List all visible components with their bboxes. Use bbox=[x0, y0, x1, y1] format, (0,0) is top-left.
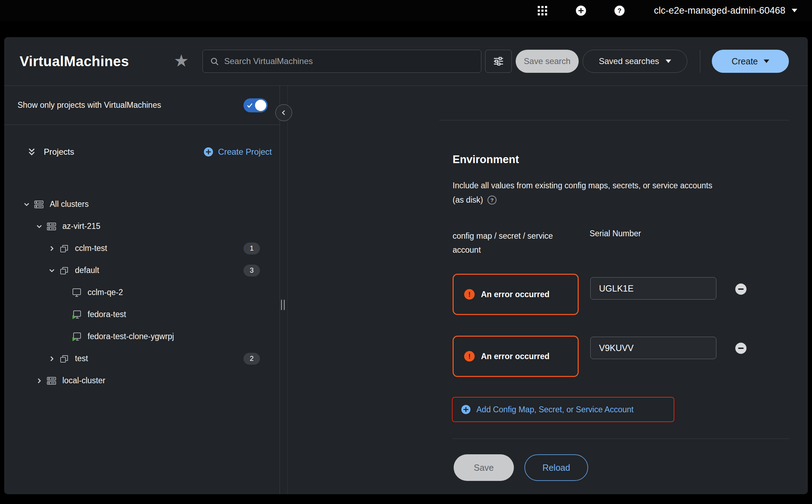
chevron-down-icon bbox=[792, 9, 797, 12]
chevron-down-icon bbox=[764, 59, 769, 63]
serial-number-input[interactable] bbox=[590, 277, 716, 300]
app-launcher-icon[interactable] bbox=[537, 5, 548, 16]
tree-item-label: default bbox=[75, 266, 99, 275]
tree-item-label: local-cluster bbox=[62, 376, 105, 385]
favorite-star-icon[interactable]: ★ bbox=[174, 52, 189, 69]
config-map-select-error[interactable]: ! An error occurred bbox=[453, 336, 579, 377]
collapse-all-icon[interactable] bbox=[27, 147, 36, 157]
vm-count-badge: 3 bbox=[243, 265, 260, 276]
tree-item-label: az-virt-215 bbox=[62, 222, 101, 231]
tree-item-cclm-test[interactable]: cclm-test 1 bbox=[4, 237, 280, 259]
tree-item-test[interactable]: test 2 bbox=[4, 348, 280, 370]
create-label: Create bbox=[731, 56, 758, 66]
tree-item-default[interactable]: default 3 bbox=[4, 259, 280, 281]
masthead: ? clc-e2e-managed-admin-60468 bbox=[0, 0, 812, 21]
svg-text:?: ? bbox=[490, 197, 494, 203]
plus-circle-icon bbox=[204, 147, 213, 157]
content-left-divider bbox=[287, 86, 288, 494]
search-box bbox=[202, 50, 481, 73]
cluster-icon bbox=[46, 221, 57, 232]
tree-item-az-virt-215[interactable]: az-virt-215 bbox=[4, 215, 280, 237]
vm-count-badge: 2 bbox=[243, 353, 260, 365]
vm-running-icon bbox=[71, 309, 83, 320]
chevron-right-icon[interactable] bbox=[46, 355, 58, 363]
chevron-right-icon[interactable] bbox=[46, 245, 58, 252]
cluster-icon bbox=[46, 376, 57, 386]
add-icon[interactable] bbox=[576, 5, 587, 16]
project-icon bbox=[58, 354, 70, 364]
remove-row-icon[interactable] bbox=[735, 284, 746, 295]
tree-item-label: fedora-test bbox=[88, 310, 126, 319]
search-icon bbox=[210, 57, 219, 66]
remove-row-icon[interactable] bbox=[735, 343, 746, 354]
svg-text:?: ? bbox=[618, 7, 621, 14]
save-search-button[interactable]: Save search bbox=[516, 50, 579, 73]
form-top-divider bbox=[439, 120, 789, 120]
create-project-button[interactable]: Create Project bbox=[204, 147, 272, 157]
header-divider bbox=[700, 50, 700, 73]
create-button[interactable]: Create bbox=[712, 50, 789, 73]
saved-searches-label: Saved searches bbox=[599, 56, 659, 66]
toggle-knob bbox=[255, 100, 266, 111]
environment-heading: Environment bbox=[453, 153, 519, 166]
environment-description: Include all values from existing config … bbox=[453, 178, 778, 207]
show-only-projects-toggle[interactable] bbox=[243, 98, 268, 112]
project-icon bbox=[58, 266, 70, 275]
exclamation-circle-icon: ! bbox=[464, 351, 475, 362]
reload-button[interactable]: Reload bbox=[524, 454, 588, 481]
tree-item-fedora-test[interactable]: fedora-test bbox=[4, 303, 280, 326]
search-input[interactable] bbox=[224, 56, 474, 66]
tree-item-label: cclm-test bbox=[75, 244, 107, 253]
filter-toggle-label: Show only projects with VirtualMachines bbox=[18, 100, 243, 110]
tree-item-all-clusters[interactable]: All clusters bbox=[4, 193, 280, 215]
filter-button[interactable] bbox=[485, 50, 512, 73]
tree-item-label: All clusters bbox=[50, 200, 89, 209]
projects-filter-row: Show only projects with VirtualMachines bbox=[4, 86, 280, 125]
page-title: VirtualMachines bbox=[20, 54, 129, 69]
page-header: VirtualMachines ★ Save search Saved sear… bbox=[4, 37, 808, 86]
exclamation-circle-icon: ! bbox=[464, 289, 475, 300]
serial-number-column-label: Serial Number bbox=[590, 229, 641, 238]
saved-searches-dropdown[interactable]: Saved searches bbox=[583, 50, 687, 73]
chevron-down-icon bbox=[666, 59, 671, 63]
config-map-column-label: config map / secret / service account bbox=[453, 229, 561, 257]
user-menu[interactable]: clc-e2e-managed-admin-60468 bbox=[654, 5, 797, 16]
help-icon[interactable]: ? bbox=[487, 195, 497, 205]
config-map-select-error[interactable]: ! An error occurred bbox=[453, 274, 579, 315]
sidebar-collapse-button[interactable] bbox=[275, 104, 292, 121]
chevron-down-icon[interactable] bbox=[33, 223, 46, 230]
virtualmachines-panel: VirtualMachines ★ Save search Saved sear… bbox=[4, 37, 808, 494]
save-button[interactable]: Save bbox=[454, 454, 514, 481]
sidebar-divider bbox=[280, 86, 280, 494]
chevron-right-icon[interactable] bbox=[33, 377, 46, 385]
plus-circle-icon bbox=[461, 405, 471, 414]
tree-item-label: fedora-test-clone-ygwrpj bbox=[88, 332, 174, 341]
form-bottom-divider bbox=[453, 439, 789, 439]
sliders-icon bbox=[493, 56, 504, 66]
tree-item-cclm-qe-2[interactable]: cclm-qe-2 bbox=[4, 281, 280, 303]
tree-item-label: test bbox=[75, 354, 88, 363]
check-icon bbox=[247, 103, 253, 108]
projects-heading: Projects bbox=[44, 147, 74, 157]
help-icon[interactable]: ? bbox=[614, 5, 625, 16]
chevron-down-icon[interactable] bbox=[46, 267, 58, 274]
vm-running-icon bbox=[71, 331, 83, 342]
tree-item-fedora-test-clone-ygwrpj[interactable]: fedora-test-clone-ygwrpj bbox=[4, 326, 280, 348]
chevron-down-icon[interactable] bbox=[20, 201, 33, 208]
username: clc-e2e-managed-admin-60468 bbox=[654, 5, 785, 16]
project-icon bbox=[58, 244, 70, 253]
projects-tree: All clusters az-virt-215 cclm-test 1 def… bbox=[4, 193, 280, 392]
cluster-icon bbox=[33, 199, 45, 210]
tree-item-local-cluster[interactable]: local-cluster bbox=[4, 370, 280, 392]
add-config-map-button[interactable]: Add Config Map, Secret, or Service Accou… bbox=[452, 397, 674, 422]
serial-number-input[interactable] bbox=[590, 337, 716, 359]
vm-count-badge: 1 bbox=[243, 243, 260, 254]
vm-icon bbox=[71, 287, 83, 298]
panel-resize-handle[interactable] bbox=[281, 300, 285, 310]
projects-header: Projects Create Project bbox=[4, 142, 280, 162]
tree-item-label: cclm-qe-2 bbox=[88, 288, 123, 297]
create-project-label: Create Project bbox=[218, 147, 272, 157]
